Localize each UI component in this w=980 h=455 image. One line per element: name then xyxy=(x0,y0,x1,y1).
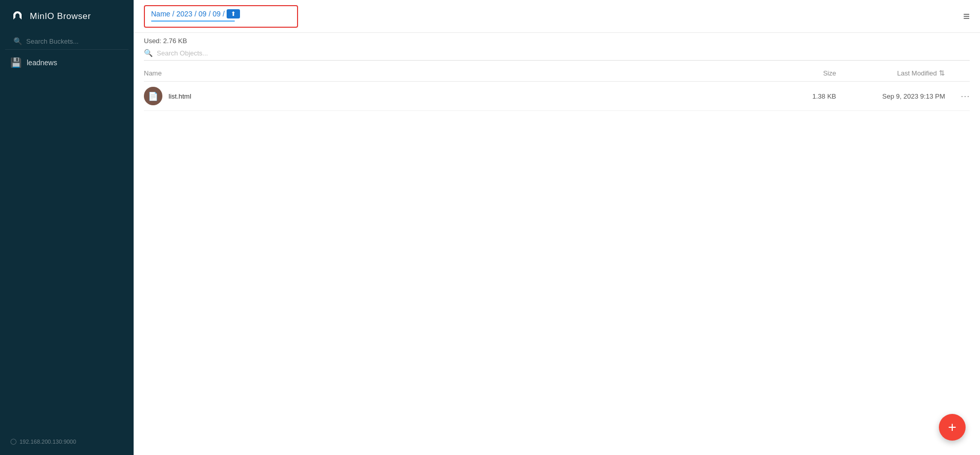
breadcrumb-part-leadnews[interactable]: Name xyxy=(151,10,170,18)
file-icon-wrap: 📄 xyxy=(144,87,162,105)
col-header-name: Name xyxy=(144,69,774,77)
objects-table: Name Size Last Modified ⇅ 📄 list.html 1.… xyxy=(134,63,980,455)
search-objects-input[interactable] xyxy=(157,49,970,57)
sidebar-server-address: ◯ 192.168.200.130:9000 xyxy=(0,433,134,450)
main-content: Name / 2023 / 09 / 09 / ⬆ ≡ Used: 2.76 K… xyxy=(134,0,980,455)
breadcrumb-sep-4: / xyxy=(223,10,225,18)
bucket-icon: 💾 xyxy=(10,57,22,68)
server-icon: ◯ xyxy=(10,438,16,445)
search-objects-box[interactable]: 🔍 xyxy=(144,49,970,61)
breadcrumb-sep-2: / xyxy=(194,10,196,18)
breadcrumb-part-09a[interactable]: 09 xyxy=(198,10,207,18)
fab-add-button[interactable]: + xyxy=(939,414,966,441)
sidebar-search-box[interactable]: 🔍 xyxy=(5,33,128,50)
table-header: Name Size Last Modified ⇅ xyxy=(144,63,970,82)
used-label: Used: 2.76 KB xyxy=(144,37,970,45)
col-header-last-modified: Last Modified ⇅ xyxy=(836,69,949,77)
breadcrumb: Name / 2023 / 09 / 09 / ⬆ xyxy=(151,9,291,18)
sidebar: MinIO Browser 🔍 💾 leadnews ◯ 192.168.200… xyxy=(0,0,134,455)
breadcrumb-part-09b[interactable]: 09 xyxy=(213,10,221,18)
breadcrumb-sep-1: / xyxy=(172,10,174,18)
upload-button[interactable]: ⬆ xyxy=(227,9,240,18)
file-name[interactable]: list.html xyxy=(169,92,774,100)
breadcrumb-part-2023[interactable]: 2023 xyxy=(176,10,192,18)
minio-logo-icon xyxy=(10,9,25,24)
breadcrumb-sep-3: / xyxy=(209,10,211,18)
main-header: Name / 2023 / 09 / 09 / ⬆ ≡ xyxy=(134,0,980,33)
file-icon: 📄 xyxy=(148,91,158,101)
breadcrumb-underline xyxy=(151,21,235,22)
search-icon: 🔍 xyxy=(13,37,22,45)
main-subheader: Used: 2.76 KB 🔍 xyxy=(134,33,980,63)
sidebar-logo: MinIO Browser xyxy=(0,0,134,33)
search-objects-icon: 🔍 xyxy=(144,49,153,57)
table-row: 📄 list.html 1.38 KB Sep 9, 2023 9:13 PM … xyxy=(144,82,970,111)
sidebar-logo-text: MinIO Browser xyxy=(30,11,91,22)
file-modified: Sep 9, 2023 9:13 PM xyxy=(836,92,949,100)
file-actions-button[interactable]: ⋯ xyxy=(949,90,970,102)
bucket-name: leadnews xyxy=(27,59,57,67)
file-size: 1.38 KB xyxy=(774,92,836,100)
col-header-size: Size xyxy=(774,69,836,77)
breadcrumb-wrapper: Name / 2023 / 09 / 09 / ⬆ xyxy=(144,5,298,28)
search-buckets-input[interactable] xyxy=(26,37,120,45)
menu-icon[interactable]: ≡ xyxy=(963,11,970,22)
sort-icon[interactable]: ⇅ xyxy=(939,69,945,77)
sidebar-item-leadnews[interactable]: 💾 leadnews xyxy=(0,52,134,73)
